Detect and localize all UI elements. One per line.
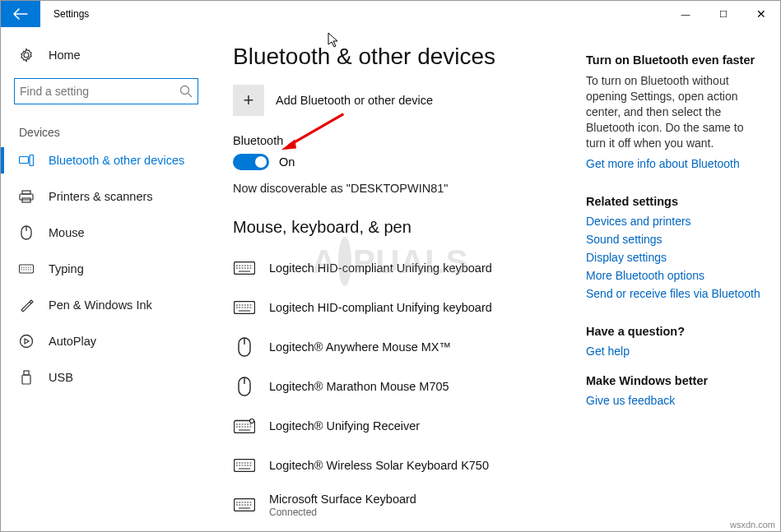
keyboard-icon <box>233 259 256 277</box>
keyboard-icon <box>233 298 256 317</box>
svg-point-28 <box>250 419 254 423</box>
search-input[interactable] <box>15 79 198 104</box>
autoplay-icon <box>19 334 34 349</box>
nav-item-label: AutoPlay <box>49 335 96 348</box>
nav-item-pen[interactable]: Pen & Windows Ink <box>1 287 215 323</box>
bluetooth-state: On <box>279 155 295 169</box>
close-button[interactable]: ✕ <box>742 1 780 27</box>
link-more-bluetooth-info[interactable]: Get more info about Bluetooth <box>586 157 764 170</box>
title-bar: Settings — ☐ ✕ <box>1 1 780 27</box>
question-heading: Have a question? <box>586 325 764 338</box>
device-name: Logitech® Marathon Mouse M705 <box>269 380 449 393</box>
link-devices-printers[interactable]: Devices and printers <box>586 215 764 228</box>
bluetooth-toggle[interactable] <box>233 154 269 170</box>
right-aside: Turn on Bluetooth even faster To turn on… <box>583 27 780 531</box>
nav-item-printers[interactable]: Printers & scanners <box>1 178 215 215</box>
link-feedback[interactable]: Give us feedback <box>586 394 764 407</box>
nav-item-label: Bluetooth & other devices <box>49 154 184 167</box>
bluetooth-label: Bluetooth <box>233 134 574 147</box>
link-send-receive-files[interactable]: Send or receive files via Bluetooth <box>586 287 764 300</box>
nav-item-label: USB <box>49 371 73 384</box>
pen-icon <box>19 298 34 312</box>
add-device-row[interactable]: + Add Bluetooth or other device <box>233 85 574 116</box>
device-row[interactable]: Logitech HID-compliant Unifying keyboard <box>233 248 574 288</box>
device-name: Microsoft Surface Keyboard <box>269 493 416 506</box>
device-row[interactable]: Logitech® Unifying Receiver <box>233 406 574 446</box>
nav-item-mouse[interactable]: Mouse <box>1 215 215 251</box>
gear-icon <box>19 48 34 62</box>
device-row[interactable]: Logitech® Marathon Mouse M705 <box>233 367 574 406</box>
keyboard-icon <box>19 261 34 276</box>
device-name: Logitech HID-compliant Unifying keyboard <box>269 261 492 275</box>
printer-icon <box>19 189 34 204</box>
plus-icon: + <box>233 85 264 116</box>
link-display-settings[interactable]: Display settings <box>586 251 764 264</box>
keyboard-icon <box>233 417 256 435</box>
nav-item-label: Pen & Windows Ink <box>49 298 152 312</box>
mouse-icon <box>233 377 256 396</box>
svg-point-12 <box>21 335 33 348</box>
mouse-icon <box>233 338 256 356</box>
improve-heading: Make Windows better <box>586 374 764 387</box>
svg-rect-14 <box>22 375 30 384</box>
link-get-help[interactable]: Get help <box>586 345 764 358</box>
add-device-label: Add Bluetooth or other device <box>276 94 433 107</box>
search-box[interactable] <box>14 78 198 104</box>
main-content: Bluetooth & other devices + Add Bluetoot… <box>215 27 583 531</box>
nav-category: Devices <box>1 114 215 142</box>
back-button[interactable] <box>1 1 40 27</box>
maximize-button[interactable]: ☐ <box>704 1 742 27</box>
nav-home[interactable]: Home <box>1 37 215 73</box>
nav-item-autoplay[interactable]: AutoPlay <box>1 323 215 359</box>
nav-item-label: Typing <box>49 262 84 275</box>
link-more-bt-options[interactable]: More Bluetooth options <box>586 269 764 282</box>
nav-item-typing[interactable]: Typing <box>1 251 215 287</box>
minimize-button[interactable]: — <box>667 1 704 27</box>
nav-item-usb[interactable]: USB <box>1 359 215 396</box>
svg-rect-9 <box>19 265 33 273</box>
device-row[interactable]: Microsoft Surface Keyboard Connected <box>233 485 574 525</box>
device-status: Connected <box>269 507 416 518</box>
device-name: Logitech HID-compliant Unifying keyboard <box>269 301 492 314</box>
nav-item-label: Printers & scanners <box>49 190 153 203</box>
svg-line-1 <box>188 94 193 98</box>
link-sound-settings[interactable]: Sound settings <box>586 233 764 246</box>
tip-body: To turn on Bluetooth without opening Set… <box>586 73 764 150</box>
tip-heading: Turn on Bluetooth even faster <box>586 53 764 67</box>
usb-icon <box>19 370 34 385</box>
device-row[interactable]: Logitech HID-compliant Unifying keyboard <box>233 288 574 327</box>
svg-rect-13 <box>24 371 29 375</box>
category-heading: Mouse, keyboard, & pen <box>233 218 574 237</box>
nav-item-label: Mouse <box>49 226 85 239</box>
keyboard-icon <box>233 496 256 514</box>
keyboard-icon <box>233 456 256 474</box>
page-title: Bluetooth & other devices <box>233 44 574 70</box>
discoverable-text: Now discoverable as "DESKTOPWIN81" <box>233 182 574 195</box>
arrow-left-icon <box>13 8 28 20</box>
mouse-icon <box>19 225 34 240</box>
devices-icon <box>19 153 34 168</box>
related-heading: Related settings <box>586 195 764 208</box>
svg-rect-3 <box>30 155 34 166</box>
svg-point-0 <box>181 86 189 95</box>
device-row[interactable]: Logitech® Anywhere Mouse MX™ <box>233 327 574 367</box>
nav-item-bluetooth[interactable]: Bluetooth & other devices <box>1 142 215 178</box>
svg-rect-2 <box>20 157 29 164</box>
device-name: Logitech® Wireless Solar Keyboard K750 <box>269 459 489 472</box>
svg-rect-5 <box>22 191 30 194</box>
device-name: Logitech® Anywhere Mouse MX™ <box>269 340 451 354</box>
device-row[interactable]: Logitech® Wireless Solar Keyboard K750 <box>233 446 574 485</box>
left-nav: Home Devices Bluetooth & other devices P… <box>1 27 215 531</box>
device-name: Logitech® Unifying Receiver <box>269 419 420 433</box>
window-controls: — ☐ ✕ <box>667 1 780 27</box>
nav-home-label: Home <box>49 49 81 62</box>
source-note: wsxdn.com <box>730 520 775 530</box>
search-icon <box>179 85 193 98</box>
window-title: Settings <box>40 1 667 27</box>
